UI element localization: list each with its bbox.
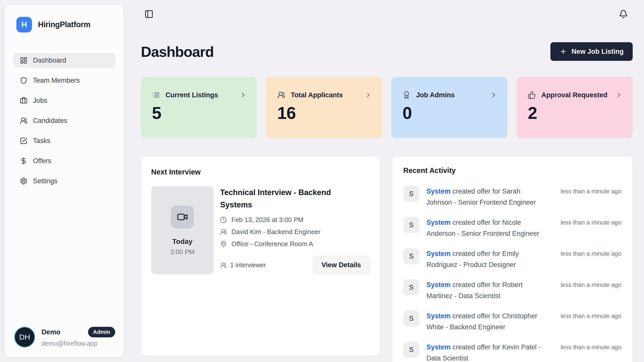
- sidebar-toggle-icon[interactable]: [144, 10, 153, 19]
- sidebar-item-dashboard[interactable]: Dashboard: [13, 53, 115, 68]
- activity-avatar: S: [403, 342, 419, 358]
- app-logo-letter: H: [21, 20, 27, 29]
- app-logo: H: [16, 17, 32, 32]
- gear-icon: [20, 177, 27, 185]
- stat-label: Total Applicants: [291, 91, 343, 99]
- activity-actor: System: [426, 343, 451, 351]
- user-email: demo@hireflow.app: [42, 340, 115, 347]
- sidebar-item-tasks[interactable]: Tasks: [13, 133, 115, 148]
- dollar-icon: [20, 157, 27, 165]
- app-logo-row: H HiringPlatform: [13, 17, 115, 32]
- stat-value: 0: [403, 103, 497, 123]
- list-icon: [152, 91, 160, 99]
- activity-text: System created offer for Sarah Johnson -…: [426, 186, 546, 208]
- interview-location: Office - Conference Room A: [231, 240, 313, 248]
- stat-value: 5: [152, 103, 247, 123]
- stat-value: 16: [277, 103, 372, 123]
- sidebar-item-label: Candidates: [33, 117, 67, 125]
- sidebar-item-offers[interactable]: Offers: [13, 154, 115, 168]
- activity-avatar: S: [403, 279, 419, 295]
- users-icon: [20, 117, 27, 124]
- stats-row: Current Listings 5 Total Applicants 16 J…: [141, 77, 633, 138]
- interview-datetime: Feb 13, 2026 at 3:00 PM: [231, 216, 303, 224]
- recent-activity-panel: Recent Activity S System created offer f…: [392, 156, 633, 362]
- interview-location-row: Office - Conference Room A: [220, 240, 370, 248]
- chevron-right-icon: [490, 91, 497, 99]
- activity-text: System created offer for Emily Rodriguez…: [426, 248, 546, 270]
- activity-actor: System: [426, 250, 451, 257]
- clock-icon: [220, 216, 227, 223]
- sidebar-item-label: Tasks: [33, 137, 50, 145]
- activity-avatar: S: [403, 248, 419, 264]
- sidebar-item-label: Jobs: [33, 97, 47, 105]
- activity-avatar: S: [403, 310, 419, 327]
- stat-label: Job Admins: [416, 91, 455, 99]
- new-job-listing-label: New Job Listing: [572, 48, 624, 56]
- interviewer-count-label: 1 interviewer: [230, 261, 266, 269]
- activity-timestamp: less than a minute ago: [553, 217, 621, 239]
- interview-day-label: Today: [172, 238, 192, 246]
- activity-timestamp: less than a minute ago: [553, 248, 621, 270]
- stat-card-total-applicants[interactable]: Total Applicants 16: [266, 77, 382, 138]
- chevron-right-icon: [239, 91, 247, 99]
- sidebar-item-team-members[interactable]: Team Members: [13, 73, 115, 88]
- video-camera-icon: [171, 205, 194, 229]
- sidebar-item-label: Offers: [33, 157, 51, 165]
- activity-list: S System created offer for Sarah Johnson…: [403, 186, 621, 362]
- shield-icon: [20, 77, 27, 84]
- map-pin-icon: [220, 241, 227, 247]
- next-interview-title: Next Interview: [151, 168, 370, 176]
- activity-text: System created offer for Robert Martinez…: [426, 279, 546, 301]
- award-icon: [403, 91, 411, 99]
- sidebar-item-candidates[interactable]: Candidates: [13, 113, 115, 128]
- bell-icon[interactable]: [619, 10, 628, 19]
- sidebar-item-label: Settings: [33, 177, 58, 185]
- users-icon: [220, 262, 227, 268]
- role-badge: Admin: [88, 327, 115, 337]
- users-icon: [220, 229, 227, 235]
- next-interview-panel: Next Interview Today 3:00 PM Technical I…: [141, 156, 380, 356]
- activity-text: System created offer for Kevin Patel - D…: [426, 342, 546, 362]
- chevron-right-icon: [365, 91, 372, 99]
- check-square-icon: [20, 137, 27, 145]
- sidebar-item-settings[interactable]: Settings: [13, 174, 115, 188]
- activity-timestamp: less than a minute ago: [553, 310, 621, 333]
- activity-text: System created offer for Nicole Anderson…: [426, 217, 546, 239]
- sidebar-item-label: Dashboard: [33, 57, 66, 64]
- activity-item: S System created offer for Kevin Patel -…: [403, 342, 621, 362]
- avatar: DH: [15, 327, 34, 347]
- user-info: Demo Admin demo@hireflow.app: [42, 327, 115, 347]
- activity-actor: System: [426, 281, 451, 289]
- interview-candidate: David Kim - Backend Engineer: [231, 228, 320, 236]
- sidebar-user[interactable]: DH Demo Admin demo@hireflow.app: [13, 327, 115, 347]
- stat-value: 2: [528, 103, 623, 123]
- activity-item: S System created offer for Robert Martin…: [403, 279, 621, 301]
- activity-item: S System created offer for Sarah Johnson…: [403, 186, 621, 208]
- activity-timestamp: less than a minute ago: [553, 279, 621, 301]
- activity-item: S System created offer for Nicole Anders…: [403, 217, 621, 239]
- app-name: HiringPlatform: [38, 20, 90, 29]
- briefcase-icon: [20, 97, 27, 104]
- interview-candidate-row: David Kim - Backend Engineer: [220, 228, 370, 236]
- interview-time-label: 3:00 PM: [170, 248, 195, 256]
- recent-activity-title: Recent Activity: [403, 166, 621, 175]
- activity-item: S System created offer for Christopher W…: [403, 310, 621, 333]
- interview-title: Technical Interview - Backend Systems: [220, 186, 341, 211]
- interview-datetime-row: Feb 13, 2026 at 3:00 PM: [220, 216, 370, 224]
- stat-card-approval-requested[interactable]: Approval Requested 2: [517, 77, 633, 138]
- sidebar-nav: Dashboard Team Members Jobs Candidates T…: [13, 53, 115, 188]
- activity-text: System created offer for Christopher Whi…: [426, 310, 546, 333]
- sidebar-item-label: Team Members: [33, 77, 80, 84]
- new-job-listing-button[interactable]: New Job Listing: [550, 42, 633, 61]
- activity-actor: System: [426, 219, 451, 226]
- activity-actor: System: [426, 188, 451, 195]
- thumbs-up-icon: [528, 91, 536, 99]
- sidebar: H HiringPlatform Dashboard Team Members …: [5, 5, 124, 357]
- stat-card-current-listings[interactable]: Current Listings 5: [141, 77, 257, 138]
- activity-timestamp: less than a minute ago: [553, 342, 621, 362]
- view-details-button[interactable]: View Details: [313, 256, 370, 274]
- stat-card-job-admins[interactable]: Job Admins 0: [391, 77, 507, 138]
- users-icon: [277, 91, 285, 99]
- chevron-right-icon: [615, 91, 623, 99]
- sidebar-item-jobs[interactable]: Jobs: [13, 93, 115, 108]
